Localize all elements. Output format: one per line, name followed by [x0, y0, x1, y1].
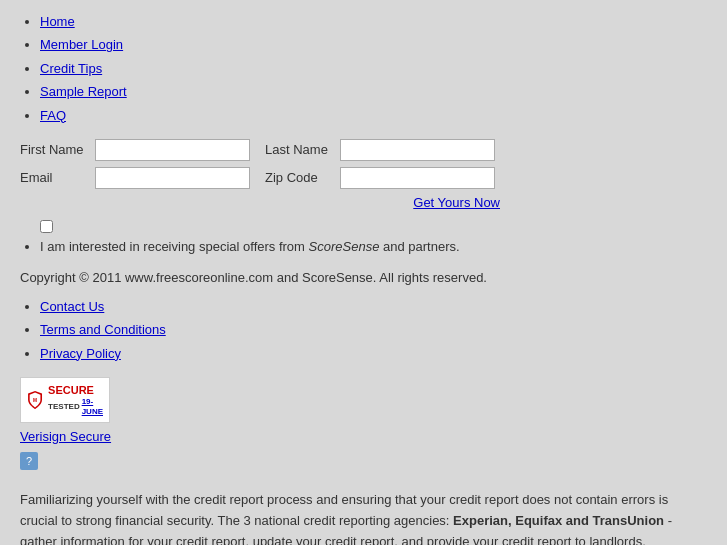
mcafee-shield-icon: M — [27, 382, 43, 418]
get-yours-button[interactable]: Get Yours Now — [413, 195, 500, 210]
offers-text-before: I am interested in receiving special off… — [40, 239, 309, 254]
last-name-input[interactable] — [340, 139, 495, 161]
zip-code-label: Zip Code — [265, 170, 340, 185]
first-name-label: First Name — [20, 142, 95, 157]
zip-code-input[interactable] — [340, 167, 495, 189]
signup-form: First Name Last Name Email Zip Code Get … — [20, 139, 707, 210]
question-badge[interactable]: ? — [20, 452, 38, 470]
contact-us-link[interactable]: Contact Us — [40, 299, 104, 314]
first-name-input[interactable] — [95, 139, 250, 161]
get-yours-container: Get Yours Now — [20, 195, 500, 210]
email-zip-row: Email Zip Code — [20, 167, 707, 189]
nav-home[interactable]: Home — [40, 14, 75, 29]
nav-list: Home Member Login Credit Tips Sample Rep… — [40, 10, 707, 127]
offers-text-after: and partners. — [379, 239, 459, 254]
scoresense-brand: ScoreSense — [309, 239, 380, 254]
offers-text-item: I am interested in receiving special off… — [40, 237, 707, 258]
email-label: Email — [20, 170, 95, 185]
offers-list: I am interested in receiving special off… — [40, 220, 707, 258]
checkbox-item — [40, 220, 707, 233]
verisign-link[interactable]: Verisign Secure — [20, 429, 707, 444]
last-name-label: Last Name — [265, 142, 340, 157]
checkbox-input[interactable] — [40, 220, 53, 233]
description-bold: Experian, Equifax and TransUnion — [453, 513, 664, 528]
nav-faq[interactable]: FAQ — [40, 108, 66, 123]
first-last-name-row: First Name Last Name — [20, 139, 707, 161]
footer-links-list: Contact Us Terms and Conditions Privacy … — [40, 295, 707, 365]
mcafee-text: SECURE TESTED 19-JUNE — [48, 384, 103, 416]
copyright-text: Copyright © 2011 www.freescoreonline.com… — [20, 270, 707, 285]
email-input[interactable] — [95, 167, 250, 189]
nav-sample-report[interactable]: Sample Report — [40, 84, 127, 99]
mcafee-badge: M SECURE TESTED 19-JUNE — [20, 377, 110, 423]
privacy-policy-link[interactable]: Privacy Policy — [40, 346, 121, 361]
svg-text:M: M — [33, 398, 37, 403]
nav-member-login[interactable]: Member Login — [40, 37, 123, 52]
description-text: Familiarizing yourself with the credit r… — [20, 490, 707, 545]
nav-credit-tips[interactable]: Credit Tips — [40, 61, 102, 76]
terms-link[interactable]: Terms and Conditions — [40, 322, 166, 337]
